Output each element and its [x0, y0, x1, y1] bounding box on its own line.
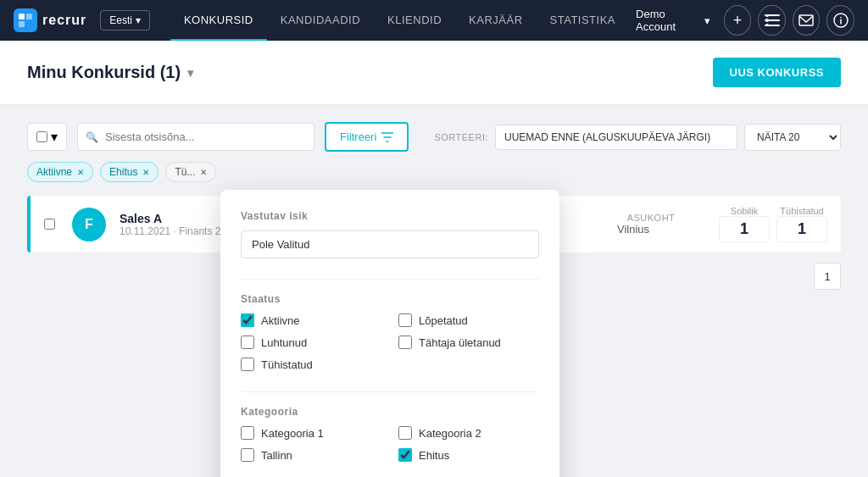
responsible-select-row: Pole Valitud [241, 230, 539, 258]
show-select[interactable]: NÄITA 20 [744, 124, 841, 151]
cat-tallinn[interactable]: Tallinn [241, 448, 381, 462]
status-aktiivne[interactable]: Aktiivne [241, 313, 381, 327]
sort-area: SORTEERI: UUEMAD ENNE (ALGUSKUUPÄEVA JÄR… [434, 124, 841, 151]
info-button[interactable] [826, 5, 854, 36]
new-job-button[interactable]: UUS KONKURSS [713, 58, 841, 87]
account-menu[interactable]: Demo Account ▾ [629, 4, 717, 36]
list-icon-button[interactable] [758, 5, 786, 36]
nav-right: Demo Account ▾ + [629, 4, 854, 36]
nav-link-kliendid[interactable]: KLIENDID [374, 0, 455, 41]
responsible-select[interactable]: Pole Valitud [241, 230, 539, 258]
tuhistatud-stat: Tühistatud 1 [776, 206, 827, 242]
search-input[interactable] [77, 123, 314, 151]
category-checkboxes: Kategooria 1 Kategooria 2 Tallinn Ehitus [241, 426, 539, 462]
filter-tag-other[interactable]: Tü... ✕ [165, 162, 216, 182]
filter-button[interactable]: Filtreeri [325, 122, 409, 152]
svg-point-6 [765, 14, 769, 17]
search-icon: 🔍 [86, 131, 98, 143]
nav-link-karjaar[interactable]: KARJÄÄR [455, 0, 536, 41]
nav-link-kandidaadid[interactable]: KANDIDAADID [267, 0, 374, 41]
list-icon [765, 14, 780, 26]
search-box: 🔍 [77, 123, 314, 151]
sort-select[interactable]: UUEMAD ENNE (ALGUSKUUPÄEVA JÄRGI) [495, 125, 737, 150]
filter-tag-aktiivne[interactable]: Aktiivne ✕ [27, 162, 93, 182]
language-selector[interactable]: Eesti ▾ [100, 10, 150, 31]
logo-icon [14, 8, 37, 32]
page-header: Minu Konkursid (1) ▾ UUS KONKURSS [0, 41, 868, 105]
info-icon [833, 13, 849, 28]
nav-links: KONKURSID KANDIDAADID KLIENDID KARJÄÄR S… [170, 0, 629, 41]
status-lopetatud[interactable]: Lõpetatud [398, 313, 539, 327]
select-all-input[interactable] [36, 131, 47, 142]
status-checkboxes: Aktiivne Lõpetatud Luhtunud Tähtaja ület… [241, 313, 539, 371]
filter-modal: Vastutav isik Pole Valitud Staatus Aktii… [220, 190, 559, 477]
mail-icon [798, 14, 814, 26]
job-checkbox[interactable] [44, 219, 55, 230]
select-all-checkbox[interactable]: ▾ [27, 123, 67, 151]
job-stats: Sobilik 1 Tühistatud 1 [719, 206, 827, 242]
svg-rect-0 [19, 14, 25, 19]
filter-status-section: Staatus Aktiivne Lõpetatud Luhtunud Täht… [241, 293, 539, 371]
status-tuhistatud[interactable]: Tühistatud [241, 358, 381, 371]
mail-button[interactable] [793, 5, 821, 36]
svg-rect-9 [799, 15, 813, 25]
filter-category-section: Kategooria Kategooria 1 Kategooria 2 Tal… [241, 406, 539, 462]
toolbar: ▾ 🔍 Filtreeri SORTEERI: UUEMAD ENNE (ALG… [27, 122, 841, 152]
page-title: Minu Konkursid (1) ▾ [27, 63, 193, 82]
svg-point-8 [765, 24, 769, 26]
status-tahtaja[interactable]: Tähtaja ületanud [398, 336, 539, 349]
logo-text: recrur [42, 13, 86, 28]
divider-1 [241, 279, 539, 280]
filter-icon [381, 132, 393, 142]
navbar: recrur Eesti ▾ KONKURSID KANDIDAADID KLI… [0, 0, 868, 41]
svg-point-11 [840, 17, 842, 19]
job-location: ASUKOHT Vilnius [617, 213, 685, 236]
svg-point-7 [765, 19, 769, 22]
nav-link-konkursid[interactable]: KONKURSID [170, 0, 267, 41]
cat-ehitus[interactable]: Ehitus [398, 448, 539, 462]
svg-rect-1 [26, 14, 32, 19]
sobilik-stat: Sobilik 1 [719, 206, 770, 242]
nav-logo[interactable]: recrur [14, 8, 86, 32]
active-filters: Aktiivne ✕ Ehitus ✕ Tü... ✕ [27, 162, 841, 182]
job-avatar: F [72, 208, 106, 241]
filter-responsible-section: Vastutav isik Pole Valitud [241, 210, 539, 258]
add-button[interactable]: + [724, 5, 752, 36]
cat-kategooria1[interactable]: Kategooria 1 [241, 426, 381, 440]
status-luhtunud[interactable]: Luhtunud [241, 336, 381, 349]
filter-tag-ehitus[interactable]: Ehitus ✕ [100, 162, 159, 182]
nav-link-statistika[interactable]: STATISTIKA [537, 0, 629, 41]
divider-2 [241, 391, 539, 392]
cat-kategooria2[interactable]: Kategooria 2 [398, 426, 539, 440]
page-number[interactable]: 1 [814, 263, 841, 290]
main-content: ▾ 🔍 Filtreeri SORTEERI: UUEMAD ENNE (ALG… [0, 105, 868, 307]
svg-rect-2 [19, 21, 25, 27]
